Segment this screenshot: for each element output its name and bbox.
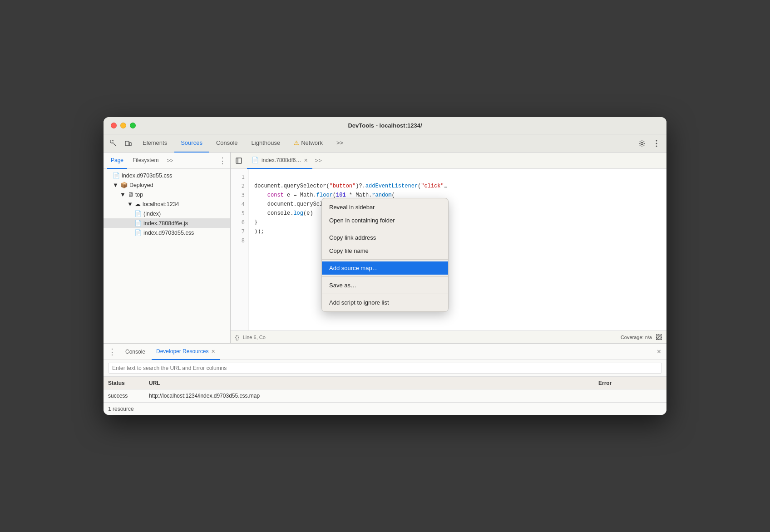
- th-url: URL: [144, 380, 594, 386]
- sidebar-menu-button[interactable]: ⋮: [218, 157, 227, 165]
- ctx-add-ignore[interactable]: Add script to ignore list: [322, 296, 448, 309]
- table-row[interactable]: success http://localhost:1234/index.d970…: [104, 389, 666, 402]
- settings-button[interactable]: [636, 137, 648, 150]
- inspect-element-button[interactable]: [107, 137, 120, 150]
- tree-item-css-bottom[interactable]: 📄 index.d9703d55.css: [104, 228, 230, 237]
- tree-item-css-top[interactable]: 📄 index.d9703d55.css: [104, 171, 230, 180]
- svg-line-1: [114, 143, 116, 146]
- title-bar: DevTools - localhost:1234/: [104, 117, 666, 134]
- bottom-statusbar: 1 resource: [104, 402, 666, 415]
- network-warning-icon: ⚠: [294, 139, 299, 146]
- ctx-divider-2: [322, 259, 448, 260]
- minimize-button[interactable]: [120, 123, 126, 128]
- sidebar-toggle-button[interactable]: [232, 154, 245, 167]
- tree-item-localhost[interactable]: ▼ ☁ localhost:1234: [104, 199, 230, 209]
- ctx-divider-4: [322, 294, 448, 294]
- tree-item-js[interactable]: 📄 index.7808df6e.js: [104, 218, 230, 228]
- code-content[interactable]: document.querySelector("button")?.addEve…: [249, 169, 666, 330]
- line-col-text: Line 6, Co: [243, 335, 266, 340]
- ctx-copy-name[interactable]: Copy file name: [322, 244, 448, 257]
- file-icon-purple: 📄: [134, 229, 142, 236]
- td-status: success: [104, 393, 144, 399]
- td-url: http://localhost:1234/index.d9703d55.css…: [144, 393, 594, 399]
- bottom-tab-bar: ⋮ Console Developer Resources × ×: [104, 344, 666, 360]
- svg-rect-2: [125, 141, 129, 146]
- bottom-panel-menu[interactable]: ⋮: [105, 348, 119, 356]
- traffic-lights: [111, 123, 136, 128]
- tab-lighthouse[interactable]: Lighthouse: [245, 134, 287, 153]
- ctx-divider-3: [322, 276, 448, 277]
- svg-point-6: [656, 143, 657, 144]
- tab-elements[interactable]: Elements: [136, 134, 173, 153]
- ctx-open-folder[interactable]: Open in containing folder: [322, 214, 448, 227]
- screenshot-icon[interactable]: 🖼: [656, 334, 662, 341]
- coverage-text: Coverage: n/a: [621, 335, 652, 340]
- device-toolbar-button[interactable]: [122, 137, 134, 150]
- file-icon: 📄: [113, 172, 120, 179]
- th-status: Status: [104, 380, 144, 386]
- tab-network[interactable]: ⚠ Network: [287, 134, 329, 153]
- tab-more[interactable]: >>: [330, 134, 350, 153]
- th-error: Error: [594, 380, 666, 386]
- file-tree: 📄 index.d9703d55.css ▼ 📦 Deployed ▼ 🖥 to…: [104, 169, 230, 343]
- deployed-icon: 📦: [120, 182, 128, 188]
- search-input[interactable]: [108, 363, 662, 374]
- line-numbers: 1 2 3 4 5 6 7 8: [231, 169, 249, 330]
- file-icon-orange: 📄: [134, 220, 142, 227]
- ctx-divider-1: [322, 229, 448, 229]
- close-button[interactable]: [111, 123, 117, 128]
- editor-tab-close-button[interactable]: ×: [304, 157, 307, 163]
- sidebar-tab-bar: Page Filesystem >> ⋮: [104, 153, 230, 169]
- ctx-reveal-in-sidebar[interactable]: Reveal in sidebar: [322, 201, 448, 214]
- main-toolbar: Elements Sources Console Lighthouse ⚠ Ne…: [104, 134, 666, 153]
- tab-sources[interactable]: Sources: [174, 134, 209, 153]
- ctx-copy-link[interactable]: Copy link address: [322, 231, 448, 244]
- sidebar-tab-page[interactable]: Page: [107, 153, 127, 169]
- toolbar-right: [636, 137, 663, 150]
- svg-rect-8: [236, 158, 242, 163]
- tab-console[interactable]: Console: [210, 134, 244, 153]
- table-header: Status URL Error: [104, 377, 666, 389]
- tab-dev-resources[interactable]: Developer Resources ×: [152, 344, 220, 360]
- tree-item-deployed[interactable]: ▼ 📦 Deployed: [104, 180, 230, 190]
- editor-tabs-more[interactable]: >>: [312, 157, 325, 164]
- format-icon[interactable]: {}: [235, 334, 239, 340]
- svg-point-5: [656, 140, 657, 141]
- editor-tab-js[interactable]: 📄 index.7808df6… ×: [247, 153, 312, 169]
- resource-count: 1 resource: [108, 406, 134, 412]
- editor-panel: 📄 index.7808df6… × >> 1 2 3 4 5 6 7 8 do: [231, 153, 666, 343]
- dev-resources-close[interactable]: ×: [211, 348, 215, 355]
- tab-console-bottom[interactable]: Console: [121, 344, 150, 360]
- expand-icon: ▼: [113, 182, 118, 188]
- svg-point-4: [641, 142, 643, 144]
- svg-point-7: [656, 145, 657, 147]
- expand-icon: ▼: [127, 201, 133, 207]
- context-menu: Reveal in sidebar Open in containing fol…: [321, 198, 449, 312]
- editor-statusbar: {} Line 6, Co Coverage: n/a 🖼: [231, 330, 666, 343]
- bottom-search-bar: [104, 360, 666, 377]
- file-icon: 📄: [252, 157, 259, 163]
- sidebar-tab-filesystem[interactable]: Filesystem: [129, 153, 162, 169]
- expand-icon: ▼: [120, 191, 126, 198]
- tree-item-index[interactable]: 📄 (index): [104, 209, 230, 218]
- svg-rect-3: [129, 143, 131, 146]
- sidebar-toggle-icon: [236, 158, 242, 164]
- tree-item-top[interactable]: ▼ 🖥 top: [104, 190, 230, 199]
- sidebar-tabs-more[interactable]: >>: [164, 157, 176, 165]
- sources-sidebar: Page Filesystem >> ⋮ 📄 index.d9703d55.cs…: [104, 153, 231, 343]
- more-options-button[interactable]: [650, 137, 663, 150]
- window-title: DevTools - localhost:1234/: [348, 122, 422, 129]
- tab-navigation: Elements Sources Console Lighthouse ⚠ Ne…: [136, 134, 634, 153]
- gear-icon: [638, 140, 646, 147]
- kebab-icon: [656, 140, 657, 147]
- bottom-panel-close[interactable]: ×: [653, 348, 665, 356]
- device-icon: [124, 140, 132, 147]
- code-area: 1 2 3 4 5 6 7 8 document.querySelector("…: [231, 169, 666, 330]
- ctx-save-as[interactable]: Save as…: [322, 279, 448, 292]
- cloud-icon: ☁: [135, 201, 141, 207]
- devtools-window: DevTools - localhost:1234/ Elements Sour…: [104, 117, 666, 415]
- file-icon: 📄: [134, 210, 142, 217]
- ctx-add-source-map[interactable]: Add source map…: [322, 261, 448, 275]
- editor-tab-bar: 📄 index.7808df6… × >>: [231, 153, 666, 169]
- maximize-button[interactable]: [130, 123, 136, 128]
